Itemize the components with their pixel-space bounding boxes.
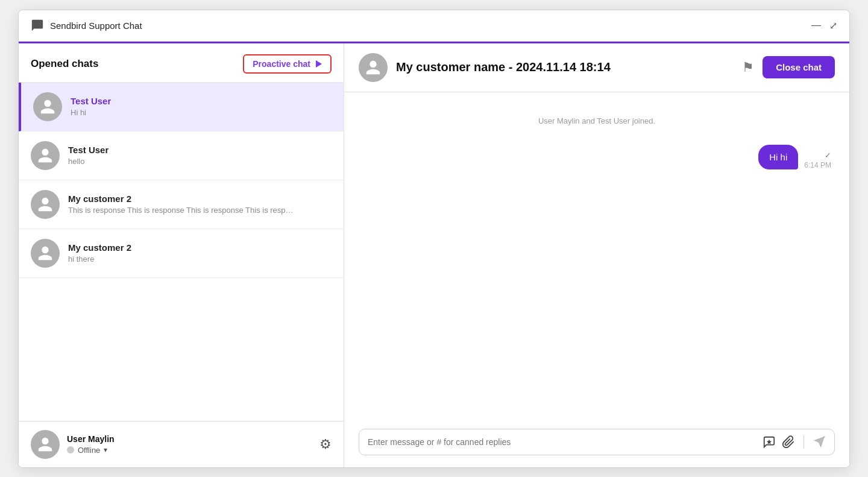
chat-item-preview: This is response This is response This i… xyxy=(68,206,297,215)
status-row: Offline ▾ xyxy=(67,446,312,455)
chat-item-info: My customer 2 This is response This is r… xyxy=(68,194,332,215)
chat-list-item[interactable]: Test User Hi hi xyxy=(19,83,344,131)
chat-item-name: My customer 2 xyxy=(68,242,332,253)
chat-bubble-icon xyxy=(31,19,44,32)
avatar-person-icon xyxy=(39,98,56,115)
app-window: Sendbird Support Chat — ⤢ Opened chats P… xyxy=(18,10,850,468)
chat-input-box xyxy=(359,429,835,455)
chat-avatar-icon xyxy=(365,59,382,76)
settings-button[interactable]: ⚙ xyxy=(319,437,332,452)
chat-item-avatar xyxy=(31,141,60,170)
chat-item-avatar xyxy=(31,190,60,219)
svg-marker-0 xyxy=(766,439,771,444)
canned-replies-button[interactable] xyxy=(763,435,776,449)
chat-item-info: Test User hello xyxy=(68,145,332,166)
status-indicator xyxy=(67,446,74,453)
proactive-chat-button[interactable]: Proactive chat xyxy=(243,54,332,74)
proactive-chat-label: Proactive chat xyxy=(253,59,310,69)
avatar-icon xyxy=(37,436,54,453)
sidebar: Opened chats Proactive chat Test User Hi… xyxy=(19,43,344,467)
minimize-button[interactable]: — xyxy=(811,20,821,31)
chat-item-info: Test User Hi hi xyxy=(71,96,332,117)
chat-item-avatar xyxy=(33,92,62,121)
join-notice: User Maylin and Test User joined. xyxy=(362,116,831,125)
chat-header: My customer name - 2024.11.14 18:14 ⚑ Cl… xyxy=(344,43,849,92)
chat-item-avatar xyxy=(31,239,60,268)
app-title: Sendbird Support Chat xyxy=(50,21,142,31)
chat-item-name: Test User xyxy=(71,96,332,106)
chat-item-preview: Hi hi xyxy=(71,108,300,117)
main-body: Opened chats Proactive chat Test User Hi… xyxy=(19,42,849,467)
speech-star-icon xyxy=(763,435,776,449)
chat-input-area xyxy=(344,420,849,467)
title-bar-left: Sendbird Support Chat xyxy=(31,19,142,32)
input-divider xyxy=(804,435,805,449)
paperclip-icon xyxy=(782,435,795,449)
read-checkmark: ✓ xyxy=(825,151,831,160)
chat-panel: My customer name - 2024.11.14 18:14 ⚑ Cl… xyxy=(344,43,849,467)
message-row: ✓ 6:14 PM Hi hi xyxy=(362,145,831,169)
send-icon xyxy=(813,435,826,449)
message-input[interactable] xyxy=(368,437,756,447)
status-label: Offline xyxy=(78,446,100,455)
avatar-person-icon xyxy=(37,196,54,213)
svg-marker-2 xyxy=(814,436,825,447)
avatar-person-icon xyxy=(37,147,54,164)
expand-button[interactable]: ⤢ xyxy=(829,20,837,31)
chat-item-preview: hello xyxy=(68,157,297,166)
chat-avatar xyxy=(359,53,388,82)
user-bar: User Maylin Offline ▾ ⚙ xyxy=(19,421,344,467)
chat-item-preview: hi there xyxy=(68,254,297,264)
message-time: 6:14 PM xyxy=(804,161,831,169)
chat-messages: User Maylin and Test User joined. ✓ 6:14… xyxy=(344,92,849,420)
chat-item-name: Test User xyxy=(68,145,332,155)
chat-item-info: My customer 2 hi there xyxy=(68,242,332,264)
chat-list: Test User Hi hi Test User hello My custo… xyxy=(19,83,344,421)
play-icon xyxy=(316,60,322,68)
title-bar: Sendbird Support Chat — ⤢ xyxy=(19,10,849,42)
avatar-person-icon xyxy=(37,245,54,262)
send-button[interactable] xyxy=(813,435,826,449)
user-bar-info: User Maylin Offline ▾ xyxy=(67,434,312,455)
user-avatar xyxy=(31,430,60,459)
chat-list-item[interactable]: My customer 2 hi there xyxy=(19,229,344,278)
close-chat-button[interactable]: Close chat xyxy=(763,56,835,78)
chat-header-title: My customer name - 2024.11.14 18:14 xyxy=(396,60,734,74)
chat-list-item[interactable]: My customer 2 This is response This is r… xyxy=(19,180,344,229)
message-bubble: Hi hi xyxy=(758,145,798,169)
sidebar-header: Opened chats Proactive chat xyxy=(19,43,344,83)
chevron-down-icon[interactable]: ▾ xyxy=(104,446,107,454)
attachment-button[interactable] xyxy=(782,435,795,449)
flag-button[interactable]: ⚑ xyxy=(742,60,754,75)
opened-chats-label: Opened chats xyxy=(31,58,98,70)
user-name: User Maylin xyxy=(67,434,312,444)
chat-list-item[interactable]: Test User hello xyxy=(19,131,344,180)
message-meta: ✓ 6:14 PM xyxy=(804,151,831,169)
chat-item-name: My customer 2 xyxy=(68,194,332,204)
title-bar-controls: — ⤢ xyxy=(811,20,837,31)
